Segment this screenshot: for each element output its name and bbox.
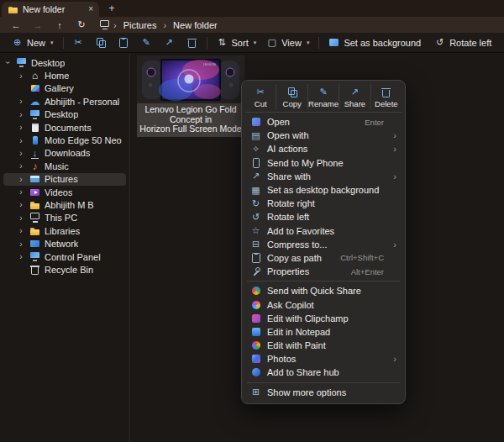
context-menu-item-ai-actions[interactable]: ✧ AI actions [245,142,402,155]
chevron-right-icon[interactable] [17,213,25,223]
toolbar-action-button[interactable] [91,34,112,51]
up-icon[interactable]: ↑ [49,18,71,32]
chevron-right-icon[interactable] [17,149,25,158]
submenu-chevron-icon [390,130,396,140]
breadcrumb-pictures[interactable]: Pictures [120,20,160,30]
back-icon[interactable]: ← [5,18,27,32]
sidebar-item-downloads[interactable]: ↓ Downloads [3,147,126,160]
chevron-right-icon[interactable] [17,200,25,209]
view-button[interactable]: ▢ View ▾ [261,34,314,51]
new-tab-button[interactable]: + [104,2,119,15]
sidebar-item-music[interactable]: ♪ Music [3,160,126,172]
submenu-chevron-icon [390,239,396,250]
svg-text:LEGION: LEGION [203,62,216,66]
share-icon: ↗ [349,87,360,97]
sidebar-item-abhijith-m-b[interactable]: Abhijith M B [3,198,126,211]
context-menu-item-ask-copilot[interactable]: Ask Copilot [245,297,402,311]
toolbar-separator [318,37,319,49]
sidebar-item-abhijith-personal[interactable]: ☁ Abhijith - Personal [3,95,126,108]
open-photos-icon [250,117,261,128]
context-menu-item-send-with-quick-share[interactable]: Send with Quick Share [245,284,402,297]
chevron-right-icon[interactable] [17,97,25,106]
tab-new-folder[interactable]: New folder × [2,2,99,17]
context-menu-item-add-to-share-hub[interactable]: Add to Share hub [245,366,402,379]
chevron-right-icon[interactable] [17,123,25,132]
sidebar-item-network[interactable]: Network [3,237,126,250]
context-menu-item-add-to-favorites[interactable]: ☆ Add to Favorites [245,224,402,238]
chevron-right-icon[interactable] [17,175,25,184]
close-tab-icon[interactable]: × [88,5,93,13]
quick-action-button-delete[interactable]: Delete [370,84,402,109]
toolbar-separator [63,37,64,49]
chevron-right-icon[interactable] [3,59,13,67]
quick-action-button-copy[interactable]: Copy [276,84,307,109]
clipchamp-icon [250,313,261,324]
sidebar-item-home[interactable]: ⌂ Home [3,69,126,82]
chevron-right-icon[interactable] [17,226,25,235]
sidebar-item-documents[interactable]: Documents [3,121,126,134]
file-item-tile[interactable]: LEGION Lenovo Legion Go Fold Concept in … [137,55,244,137]
chevron-right-icon[interactable] [17,136,25,145]
sidebar-item-this-pc[interactable]: This PC [3,212,126,224]
cut-icon: ✂ [73,37,84,48]
file-explorer-window: New folder × + ← → ↑ ↻ › Pictures › New … [0,0,504,442]
chevron-right-icon[interactable] [17,252,25,261]
control-panel-icon [29,251,40,262]
context-menu-item-open-with[interactable]: ▤ Open with [245,129,402,142]
chevron-right-icon[interactable] [17,110,25,119]
rotate-right-icon: ↻ [250,198,261,209]
sidebar-item-gallery[interactable]: Gallery [3,82,126,95]
sidebar-item-pictures[interactable]: Pictures [3,173,126,186]
chevron-right-icon[interactable] [17,239,25,249]
context-menu-item-show-more-options[interactable]: ⊞ Show more options [245,386,402,399]
sidebar-item-videos[interactable]: Videos [3,186,126,198]
sidebar-item-recycle-bin[interactable]: Recycle Bin [3,263,126,276]
context-menu-item-share-with[interactable]: ↗ Share with [245,170,402,183]
toolbar-extra-button-set-as-background[interactable]: Set as background [323,34,426,51]
context-menu-item-photos[interactable]: Photos [245,352,402,366]
address-bar: ← → ↑ ↻ › Pictures › New folder [0,17,504,33]
sidebar-item-desktop[interactable]: Desktop [3,108,126,121]
context-menu-item-send-to-my-phone[interactable]: Send to My Phone [245,156,402,170]
quick-action-button-share[interactable]: ↗ Share [339,84,370,109]
chevron-right-icon[interactable] [17,71,25,81]
submenu-chevron-icon [390,171,396,182]
forward-icon[interactable]: → [27,18,49,32]
sort-button[interactable]: ⇅ Sort ▾ [212,34,262,51]
desktop-monitor-icon [16,57,27,68]
this-pc-icon [29,213,40,224]
toolbar-action-button[interactable] [113,34,134,51]
chevron-right-icon[interactable] [17,161,25,171]
context-menu-item-rotate-left[interactable]: ↺ Rotate left [245,210,402,224]
toolbar-action-button[interactable]: ↗ [159,34,180,51]
quick-action-button-rename[interactable]: ✎ Rename [307,84,339,109]
breadcrumb-new-folder[interactable]: New folder [170,20,221,30]
recycle-bin-icon [29,264,40,275]
home-icon: ⌂ [29,71,40,82]
context-menu-item-edit-in-notepad[interactable]: Edit in Notepad [245,325,402,339]
context-menu-item-edit-with-paint[interactable]: Edit with Paint [245,339,402,352]
context-menu-item-open[interactable]: Open Enter [245,115,402,129]
new-plus-icon: ⊕ [12,37,23,48]
new-button[interactable]: ⊕ New ▾ [7,34,59,51]
quick-action-button-cut[interactable]: ✂ Cut [245,84,276,109]
context-menu-item-compress-to[interactable]: ⊟ Compress to... [245,238,402,251]
context-menu-item-properties[interactable]: Properties Alt+Enter [245,265,402,278]
context-menu-item-edit-with-clipchamp[interactable]: Edit with Clipchamp [245,312,402,325]
chevron-right-icon[interactable] [17,187,25,197]
sidebar-item-moto-edge-50-neo[interactable]: Moto Edge 50 Neo [3,134,126,146]
context-menu-item-rotate-right[interactable]: ↻ Rotate right [245,197,402,210]
tab-bar: New folder × + [0,0,504,17]
toolbar-action-button[interactable] [181,34,202,51]
refresh-icon[interactable]: ↻ [71,18,92,32]
quick-share-icon [250,286,261,297]
sidebar-item-control-panel[interactable]: Control Panel [3,250,126,263]
sidebar-item-libraries[interactable]: Libraries [3,224,126,237]
sidebar-item-desktop[interactable]: Desktop [3,56,126,69]
toolbar-action-button[interactable]: ✎ [136,34,157,51]
context-menu-item-copy-as-path[interactable]: Copy as path Ctrl+Shift+C [245,251,402,265]
toolbar-extra-button-rotate-left[interactable]: ↺ Rotate left [429,34,496,51]
toolbar-extra-button-rotate-right[interactable]: ↻ Rotate right [500,34,504,51]
toolbar-action-button[interactable]: ✂ [68,34,89,51]
context-menu-item-set-as-desktop-background[interactable]: ▦ Set as desktop background [245,183,402,197]
